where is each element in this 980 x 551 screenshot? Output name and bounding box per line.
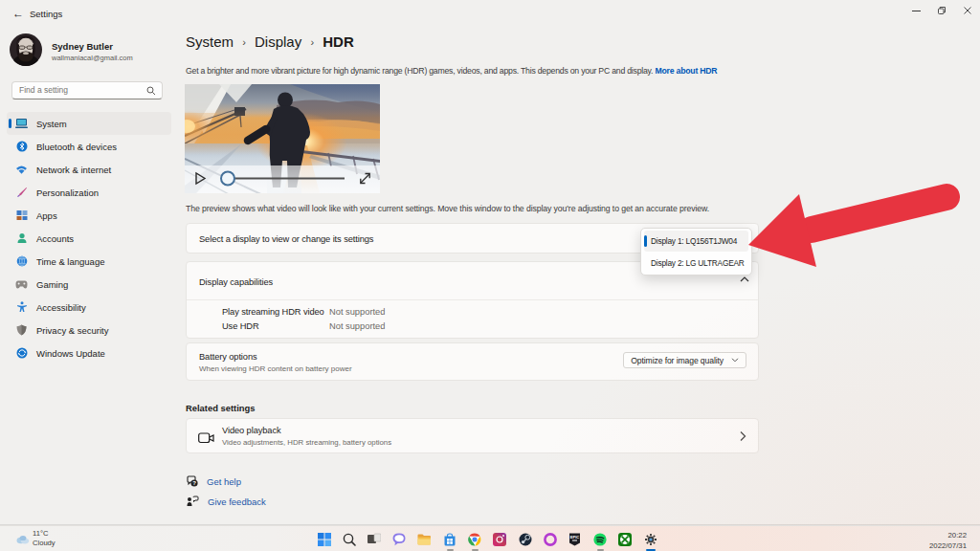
svg-text:?: ? — [192, 480, 196, 486]
svg-text:EPIC: EPIC — [570, 535, 579, 540]
